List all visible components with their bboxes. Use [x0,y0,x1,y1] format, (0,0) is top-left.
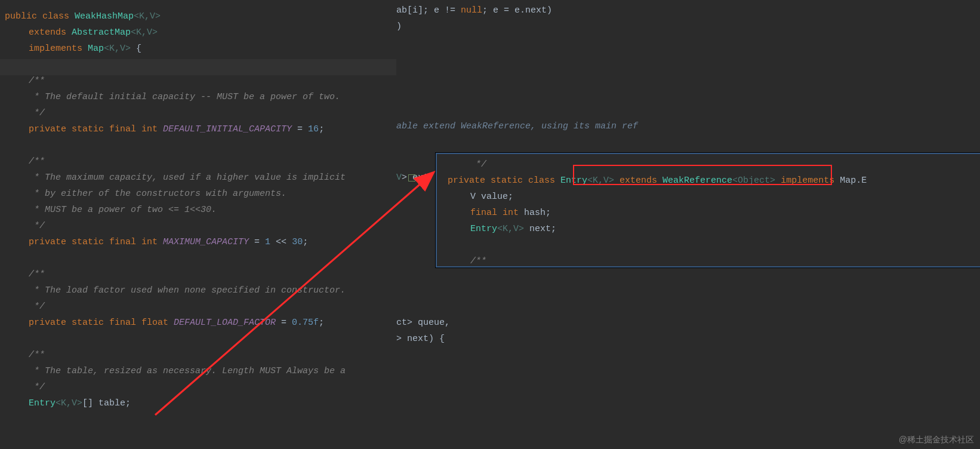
popup-code-line: Entry<K,V> next; [470,221,556,237]
comment-line[interactable]: * The default initial capacity -- MUST b… [29,89,340,105]
kw-extends: extends [29,27,72,38]
code-line[interactable]: ct> queue, [396,315,450,331]
comment-line[interactable]: * by either of the constructors with arg… [29,186,286,202]
semicolon: ; [319,124,324,134]
comment-line[interactable]: * The table, resized as necessary. Lengt… [29,363,346,379]
code-line[interactable]: implements Map<K,V> { [29,41,141,57]
code-editor[interactable]: public class WeakHashMap<K,V> extends Ab… [0,0,980,449]
field-name: DEFAULT_INITIAL_CAPACITY [163,124,292,134]
code-line[interactable]: ab[i]; e != null; e = e.next) [396,2,552,19]
comment-line[interactable]: */ [29,218,45,234]
comment-line[interactable]: /** [29,153,45,170]
modifiers: private static final float [29,318,174,328]
array-brackets: [] [82,398,98,408]
code-line[interactable]: Entry<K,V>[] table; [29,395,131,411]
field-name: DEFAULT_LOAD_FACTOR [174,318,276,328]
generics-object: <Object> [732,176,775,186]
assign: = [292,124,308,134]
code-text: ab[i]; e != [396,5,461,16]
type-map: Map [88,44,104,54]
semicolon: ; [319,318,324,328]
field-next: next; [524,224,556,234]
comment-line[interactable]: /** [29,73,45,89]
generics: <K,V> [131,27,158,38]
type-entry: Entry [560,176,587,186]
kw-null: null [461,5,482,16]
comment-line[interactable]: */ [29,105,45,121]
kw-class: class [42,11,75,21]
code-line[interactable]: ) [396,19,402,35]
number: 30 [292,237,303,247]
assign: = [249,237,265,247]
assign: = [276,318,292,328]
generics: <K,V> [104,44,131,54]
generics: <K,V> [56,398,82,408]
type-map-entry: Map.E [840,176,867,186]
comment-line[interactable]: /** [29,266,45,282]
brace: { [131,44,141,54]
code-line[interactable]: > next) { [396,331,445,347]
kw-implements: implements [29,44,88,54]
kw-private-static-class: private static class [448,176,560,186]
comment-line[interactable]: */ [29,299,45,315]
comment-line[interactable]: * The maximum capacity, used if a higher… [29,170,346,186]
popup-code-line: private static class Entry<K,V> extends … [448,173,867,189]
number: 1 [265,237,270,247]
type-entry: Entry [29,398,56,408]
type-abstractmap: AbstractMap [72,27,131,38]
comment-line[interactable]: * MUST be a power of two <= 1<<30. [29,202,217,218]
class-name: WeakHashMap [75,11,134,21]
modifiers: private static final int [29,124,163,134]
kw-extends: extends [614,176,662,186]
kw-implements: implements [775,176,840,186]
generics: <K,V> [587,176,614,186]
current-line-highlight [0,59,396,75]
method-gutter-icon[interactable] [408,174,415,182]
modifiers: private static final int [29,237,163,247]
popup-code-line: V value; [470,189,513,205]
code-line[interactable]: private static final int MAXIMUM_CAPACIT… [29,234,308,250]
watermark: @稀土掘金技术社区 [899,435,974,445]
code-line[interactable]: private static final float DEFAULT_LOAD_… [29,315,324,331]
field-hash: hash [524,208,546,218]
semicolon: ; [303,237,308,247]
kw-public: public [5,11,42,21]
code-line[interactable]: private static final int DEFAULT_INITIAL… [29,121,324,137]
comment-line[interactable]: * The load factor used when none specifi… [29,282,346,299]
type-weakreference: WeakReference [662,176,732,186]
generics: <K,V> [134,11,161,21]
code-text: ; e = e.next) [482,5,552,16]
operator: << [270,237,292,247]
field-name: MAXIMUM_CAPACITY [163,237,249,247]
popup-comment: */ [470,156,486,173]
field-name: table [98,398,125,408]
code-line[interactable]: extends AbstractMap<K,V> [29,24,158,41]
comment-line[interactable]: /** [29,347,45,363]
number: 0.75f [292,318,319,328]
popup-code-line: final int hash; [470,205,551,221]
number: 16 [308,124,319,134]
semicolon: ; [125,398,131,408]
code-line[interactable]: public class WeakHashMap<K,V> [5,8,161,24]
comment-line[interactable]: */ [29,379,45,395]
generics: <K,V> [497,224,524,234]
semicolon: ; [546,208,551,218]
popup-comment: /** [470,253,486,269]
generic-v: V [396,173,402,183]
type-entry: Entry [470,224,497,234]
quick-definition-popup[interactable]: */ private static class Entry<K,V> exten… [436,153,980,267]
comment-line[interactable]: able extend WeakReference, using its mai… [396,118,638,134]
kw-final-int: final int [470,208,524,218]
